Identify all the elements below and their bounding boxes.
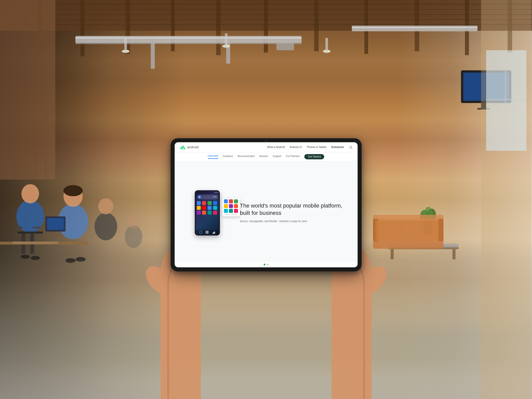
app-icon-photos bbox=[197, 206, 201, 210]
app-icon-teal bbox=[208, 211, 212, 215]
svg-line-92 bbox=[181, 145, 182, 146]
carousel-dots bbox=[175, 262, 358, 267]
popup-app-8 bbox=[229, 209, 233, 213]
svg-rect-95 bbox=[183, 148, 184, 149]
logo-area: android bbox=[180, 145, 199, 149]
tablet-frame: android What is Android Android 11 Phone… bbox=[171, 138, 362, 271]
subnav-support[interactable]: Support bbox=[273, 155, 281, 159]
subnav-overview[interactable]: Overview bbox=[208, 155, 218, 159]
popup-app-5 bbox=[229, 204, 233, 208]
phone-popup-card bbox=[222, 198, 240, 216]
app-icon-drive bbox=[208, 201, 212, 205]
app-icon-pink bbox=[213, 211, 217, 215]
popup-app-2 bbox=[229, 199, 233, 203]
svg-rect-91 bbox=[184, 147, 185, 149]
phone-bottom-nav bbox=[196, 230, 219, 234]
nav-link-enterprise[interactable]: Enterprise bbox=[331, 146, 344, 148]
nav-link-phones[interactable]: Phones & Tablets bbox=[307, 146, 326, 148]
phone-mockup: G 70°F bbox=[195, 190, 220, 235]
google-g-icon: G bbox=[198, 195, 201, 198]
app-icon-hangouts bbox=[213, 206, 217, 210]
hero-phone-area: G 70°F bbox=[182, 190, 232, 235]
popup-app-4 bbox=[224, 204, 228, 208]
svg-point-96 bbox=[350, 146, 352, 148]
carousel-dot-1[interactable] bbox=[264, 264, 265, 265]
phone-apps-grid bbox=[196, 200, 219, 215]
sub-navigation: Overview Solutions Recommended Devices S… bbox=[175, 152, 358, 161]
popup-app-3 bbox=[234, 199, 238, 203]
subnav-recommended[interactable]: Recommended bbox=[237, 155, 255, 159]
subnav-solutions[interactable]: Solutions bbox=[223, 155, 233, 159]
popup-progress-bar bbox=[224, 214, 238, 215]
phone-recents-icon bbox=[206, 231, 209, 234]
status-dot-2 bbox=[216, 192, 217, 193]
hero-text-area: The world's most popular mobile platform… bbox=[232, 203, 350, 223]
popup-app-7 bbox=[224, 209, 228, 213]
phone-back-icon bbox=[212, 231, 215, 234]
phone-status-bar bbox=[196, 191, 219, 194]
tablet-device: android What is Android Android 11 Phone… bbox=[171, 138, 362, 271]
website-content: android What is Android Android 11 Phone… bbox=[175, 142, 358, 267]
subnav-devices[interactable]: Devices bbox=[259, 155, 268, 159]
nav-link-android11[interactable]: Android 11 bbox=[290, 146, 302, 148]
status-dot-1 bbox=[215, 192, 215, 193]
android-logo-icon bbox=[180, 145, 186, 149]
logo-text: android bbox=[187, 145, 199, 149]
popup-app-9 bbox=[234, 209, 238, 213]
nav-link-what-is-android[interactable]: What is Android bbox=[267, 146, 285, 148]
top-nav-links: What is Android Android 11 Phones & Tabl… bbox=[267, 145, 353, 149]
carousel-dot-2[interactable] bbox=[267, 264, 269, 265]
svg-rect-89 bbox=[181, 146, 184, 148]
top-navigation: android What is Android Android 11 Phone… bbox=[175, 142, 358, 152]
tablet-screen: android What is Android Android 11 Phone… bbox=[175, 142, 358, 267]
search-icon[interactable] bbox=[349, 145, 353, 149]
tablet-camera bbox=[265, 140, 267, 142]
phone-home-icon bbox=[199, 231, 202, 234]
app-icon-youtube bbox=[202, 206, 206, 210]
popup-app-6 bbox=[234, 204, 238, 208]
get-started-button[interactable]: Get Started bbox=[304, 154, 324, 159]
hero-section: G 70°F bbox=[175, 161, 358, 262]
status-dot-3 bbox=[217, 192, 218, 193]
svg-rect-90 bbox=[180, 147, 181, 149]
phone-screen: G 70°F bbox=[196, 191, 219, 234]
app-icon-chrome bbox=[208, 206, 212, 210]
svg-line-97 bbox=[351, 148, 352, 148]
svg-line-93 bbox=[183, 145, 184, 146]
app-icon-purple bbox=[197, 211, 201, 215]
popup-apps-grid bbox=[224, 199, 238, 213]
svg-rect-94 bbox=[182, 148, 182, 149]
app-icon-orange bbox=[202, 211, 206, 215]
app-icon-maps bbox=[197, 201, 201, 205]
app-icon-calendar bbox=[213, 201, 217, 205]
app-icon-gmail bbox=[202, 201, 206, 205]
phone-widget: G 70°F bbox=[197, 195, 218, 199]
phone-temp-display: 70°F bbox=[213, 196, 217, 198]
popup-app-1 bbox=[224, 199, 228, 203]
hero-subtitle: Secure, manageable, and flexible - Andro… bbox=[240, 219, 350, 223]
hero-title: The world's most popular mobile platform… bbox=[240, 203, 350, 217]
subnav-for-partners[interactable]: For Partners bbox=[286, 155, 300, 159]
